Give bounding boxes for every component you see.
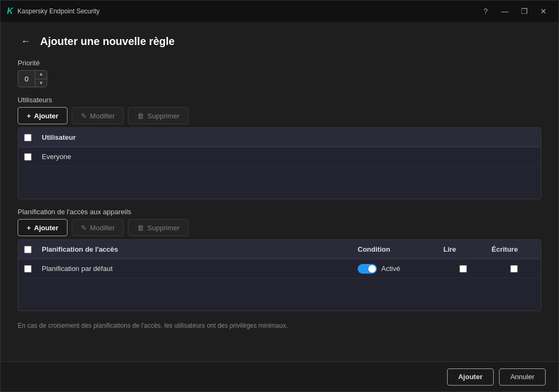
users-edit-label: Modifier [90,112,115,120]
users-add-label: Ajouter [34,112,59,120]
users-header-check [18,134,37,141]
ecriture-col-header: Écriture [487,245,541,253]
schedule-delete-label: Supprimer [147,224,179,232]
condition-label: Activé [381,265,400,273]
users-header-checkbox[interactable] [24,134,32,141]
users-table-header: Utilisateur [18,128,541,147]
maximize-button[interactable]: ❐ [516,3,533,20]
schedule-trash-icon: 🗑 [137,224,144,232]
page-title: Ajouter une nouvelle règle [40,35,175,48]
footer-note: En cas de croisement des planifications … [18,322,541,329]
schedule-row-lire [439,265,487,273]
schedule-row-name: Planification par défaut [37,265,353,273]
titlebar: K Kaspersky Endpoint Security ? — ❐ ✕ [1,1,558,22]
users-delete-label: Supprimer [147,112,179,120]
cancel-button[interactable]: Annuler [499,368,546,386]
main-content: ← Ajouter une nouvelle règle Priorité 0 … [1,22,558,361]
users-delete-button[interactable]: 🗑 Supprimer [128,107,188,124]
page-header: ← Ajouter une nouvelle règle [18,35,541,48]
users-label: Utilisateurs [18,96,541,104]
users-toolbar: + Ajouter ✎ Modifier 🗑 Supprimer [18,107,541,124]
everyone-check [18,153,37,161]
schedule-row-condition: Activé [353,264,439,274]
trash-icon: 🗑 [137,112,144,120]
users-section: Utilisateurs + Ajouter ✎ Modifier 🗑 Supp… [18,96,541,199]
priority-down-button[interactable]: ▼ [35,79,47,88]
titlebar-controls: ? — ❐ ✕ [477,3,552,20]
schedule-add-label: Ajouter [34,224,59,232]
schedule-toolbar: + Ajouter ✎ Modifier 🗑 Supprimer [18,219,541,236]
schedule-row-check [18,265,37,273]
everyone-checkbox[interactable] [24,153,32,161]
schedule-header-check [18,246,37,253]
close-button[interactable]: ✕ [535,3,552,20]
ecriture-checkbox[interactable] [510,265,518,273]
help-button[interactable]: ? [477,3,494,20]
priority-section: Priorité 0 ▲ ▼ [18,59,541,87]
edit-icon: ✎ [81,112,87,120]
app-title: Kaspersky Endpoint Security [18,7,100,15]
minimize-button[interactable]: — [496,3,513,20]
add-button[interactable]: Ajouter [447,368,494,386]
schedule-empty-row [18,278,541,311]
schedule-edit-label: Modifier [90,224,115,232]
schedule-label: Planification de l'accès aux appareils [18,208,541,216]
schedule-section: Planification de l'accès aux appareils +… [18,208,541,311]
priority-label: Priorité [18,59,541,67]
users-col-header: Utilisateur [37,133,541,141]
titlebar-logo: K Kaspersky Endpoint Security [7,6,477,16]
condition-col-header: Condition [353,245,439,253]
back-button[interactable]: ← [18,35,34,48]
schedule-table: Planification de l'accès Condition Lire … [18,239,541,311]
schedule-row-ecriture [487,265,541,273]
everyone-name: Everyone [37,153,541,161]
table-row: Everyone [18,147,541,167]
users-add-button[interactable]: + Ajouter [18,107,67,124]
priority-arrows: ▲ ▼ [35,70,47,87]
schedule-plus-icon: + [27,224,31,232]
schedule-add-button[interactable]: + Ajouter [18,219,67,236]
priority-input-group: 0 ▲ ▼ [18,70,47,87]
schedule-row-checkbox[interactable] [24,265,32,273]
schedule-col-header: Planification de l'accès [37,245,353,253]
schedule-edit-icon: ✎ [81,224,87,232]
schedule-delete-button[interactable]: 🗑 Supprimer [128,219,188,236]
priority-up-button[interactable]: ▲ [35,70,47,79]
schedule-table-header: Planification de l'accès Condition Lire … [18,240,541,259]
users-table: Utilisateur Everyone [18,127,541,199]
schedule-header-checkbox[interactable] [24,246,32,253]
plus-icon: + [27,112,31,120]
priority-value: 0 [18,75,35,83]
kaspersky-logo-icon: K [7,6,13,16]
lire-checkbox[interactable] [459,265,467,273]
lire-col-header: Lire [439,245,487,253]
users-edit-button[interactable]: ✎ Modifier [72,107,124,124]
priority-row: 0 ▲ ▼ [18,70,541,87]
dialog-footer: Ajouter Annuler [1,361,558,391]
users-empty-row [18,167,541,199]
schedule-edit-button[interactable]: ✎ Modifier [72,219,124,236]
table-row: Planification par défaut Activé [18,259,541,278]
app-window: K Kaspersky Endpoint Security ? — ❐ ✕ ← … [0,0,559,392]
condition-toggle[interactable] [358,264,377,274]
